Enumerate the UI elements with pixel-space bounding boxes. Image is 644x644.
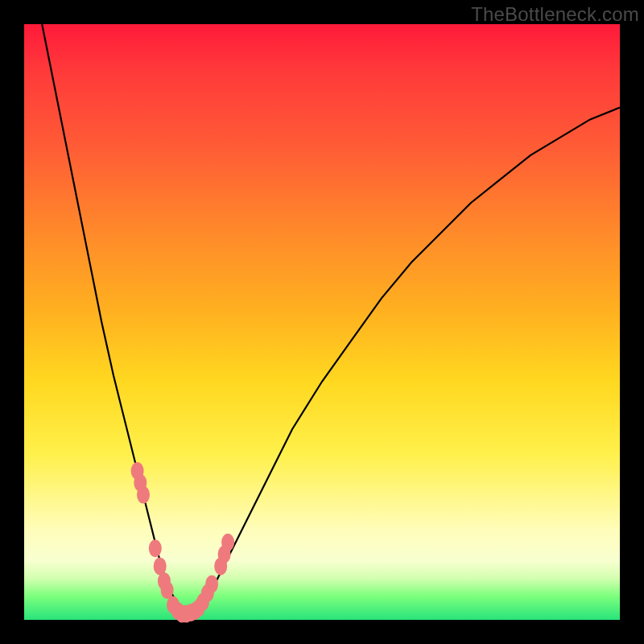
curve-markers (131, 462, 235, 623)
curve-marker (205, 576, 218, 593)
curve-svg (24, 24, 620, 620)
curve-marker (161, 581, 174, 599)
plot-area (24, 24, 620, 620)
chart-frame: TheBottleneck.com (0, 0, 644, 644)
watermark-text: TheBottleneck.com (471, 3, 639, 26)
curve-marker (137, 486, 150, 504)
bottleneck-curve (42, 24, 620, 614)
curve-marker (221, 534, 234, 551)
curve-marker (149, 539, 162, 557)
